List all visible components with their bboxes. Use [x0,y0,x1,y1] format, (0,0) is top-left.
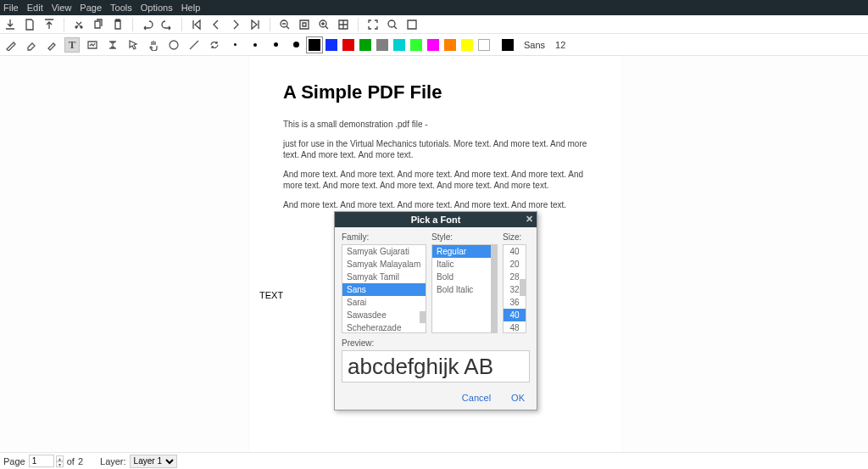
doc-paragraph: And more text. And more text. And more t… [283,199,588,210]
list-item[interactable]: Italic [432,258,497,271]
list-item[interactable]: Samyak Malayalam [342,258,426,271]
menu-options[interactable]: Options [141,3,173,13]
list-item[interactable]: 36 [504,296,526,309]
upload-icon[interactable] [42,18,56,31]
image-tool-icon[interactable] [85,37,100,53]
color-swatch-5[interactable] [393,39,405,51]
menu-help[interactable]: Help [181,3,201,13]
stroke-width-5[interactable] [268,37,283,53]
statusbar: Page ▴▾ of 2 Layer: Layer 1 [0,452,868,469]
copy-icon[interactable] [92,18,105,31]
list-item[interactable]: Bold Italic [432,283,497,296]
new-doc-icon[interactable] [23,18,36,31]
doc-paragraph: just for use in the Virtual Mechanics tu… [283,138,588,160]
prev-page-icon[interactable] [209,18,223,31]
menu-file[interactable]: File [3,3,19,13]
page-label: Page [3,456,25,466]
list-item[interactable]: Scheherazade [342,321,426,333]
download-icon[interactable] [3,18,17,31]
stroke-width-3[interactable] [227,37,242,53]
list-item[interactable]: 40 [504,309,526,321]
color-swatch-9[interactable] [461,39,473,51]
list-item[interactable]: 48 [504,321,526,333]
doc-title: A Simple PDF File [283,81,588,103]
menu-page[interactable]: Page [80,3,102,13]
font-size-indicator[interactable]: 12 [555,40,565,50]
color-swatch-6[interactable] [410,39,422,51]
paste-icon[interactable] [111,18,125,31]
undo-icon[interactable] [141,18,154,31]
style-listbox[interactable]: RegularItalicBoldBold Italic [431,244,498,333]
color-swatch-7[interactable] [427,39,439,51]
scrollbar-thumb[interactable] [520,279,526,296]
color-swatch-10[interactable] [478,39,490,51]
eraser-tool-icon[interactable] [24,37,39,53]
redo-icon[interactable] [160,18,174,31]
color-swatch-0[interactable] [309,39,320,51]
highlighter-tool-icon[interactable] [44,37,59,53]
line-tool-icon[interactable] [186,37,202,53]
family-listbox[interactable]: Samyak GujaratiSamyak MalayalamSamyak Ta… [342,244,426,333]
select-area-icon[interactable] [405,18,419,31]
dialog-titlebar[interactable]: Pick a Font ✕ [335,212,537,227]
size-label: Size: [503,232,526,242]
select-tool-icon[interactable] [125,37,141,53]
layer-select[interactable]: Layer 1 [130,455,177,468]
zoom-fit-icon[interactable] [298,18,311,31]
list-item[interactable]: Bold [432,271,497,283]
text-annotation[interactable]: TEXT [259,290,283,300]
size-listbox[interactable]: 40202832364048 [503,244,526,333]
stroke-width-7[interactable] [288,37,303,53]
list-item[interactable]: Samyak Gujarati [342,245,426,258]
text-tool-icon[interactable]: T [64,37,80,53]
zoom-out-icon[interactable] [278,18,292,31]
current-color[interactable] [502,39,514,51]
color-swatch-1[interactable] [326,39,337,51]
color-swatch-3[interactable] [359,39,371,51]
close-icon[interactable]: ✕ [526,214,533,225]
list-item[interactable]: Samyak Tamil [342,271,426,283]
page-number-input[interactable] [29,455,54,467]
list-item[interactable]: 40 [504,245,526,258]
of-label: of [67,456,75,466]
cut-icon[interactable] [72,18,86,31]
color-swatch-4[interactable] [376,39,388,51]
grid-icon[interactable] [337,18,350,31]
font-preview: abcdefghijk AB [342,350,530,382]
scrollbar-thumb[interactable] [420,311,426,323]
list-item[interactable]: Regular [432,245,497,258]
cancel-button[interactable]: Cancel [462,393,491,403]
scrollbar-thumb[interactable] [491,245,497,332]
list-item[interactable]: 20 [504,258,526,271]
first-page-icon[interactable] [190,18,203,31]
layer-label: Layer: [100,456,126,466]
search-icon[interactable] [386,18,399,31]
color-swatch-8[interactable] [444,39,456,51]
list-item[interactable]: Sans [342,283,426,296]
pen-tool-icon[interactable] [3,37,19,53]
font-family-indicator[interactable]: Sans [524,40,545,50]
menu-edit[interactable]: Edit [27,3,43,13]
zoom-in-icon[interactable] [317,18,331,31]
menu-tools[interactable]: Tools [110,3,132,13]
canvas-area[interactable]: A Simple PDF File This is a small demons… [0,56,868,452]
last-page-icon[interactable] [248,18,262,31]
hand-tool-icon[interactable] [146,37,161,53]
fullscreen-icon[interactable] [366,18,380,31]
ok-button[interactable]: OK [511,393,525,403]
page-spinner[interactable]: ▴▾ [56,455,64,467]
list-item[interactable]: Sarai [342,296,426,309]
next-page-icon[interactable] [229,18,242,31]
preview-label: Preview: [342,338,530,348]
list-item[interactable]: Sawasdee [342,309,426,321]
vspace-tool-icon[interactable] [105,37,120,53]
stroke-width-4[interactable] [248,37,263,53]
color-swatch-2[interactable] [342,39,354,51]
menu-view[interactable]: View [52,3,72,13]
refresh-tool-icon[interactable] [207,37,222,53]
menubar: FileEditViewPageToolsOptionsHelp [0,0,868,15]
style-label: Style: [431,232,498,242]
shape-tool-icon[interactable] [166,37,181,53]
doc-paragraph: This is a small demonstration .pdf file … [283,119,588,130]
pick-font-dialog: Pick a Font ✕ Family: Samyak GujaratiSam… [334,211,537,410]
